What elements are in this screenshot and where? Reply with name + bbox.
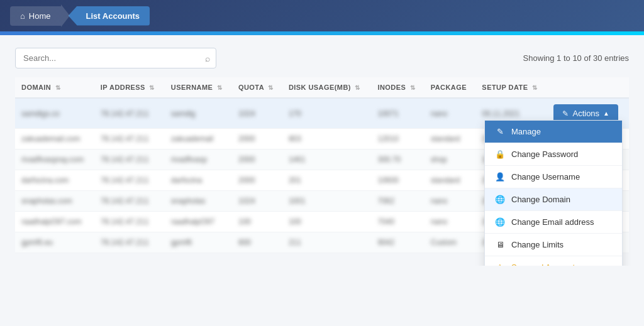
sort-icon-quota: ⇅ xyxy=(268,84,273,91)
cell-ip: 78.142.47.211 xyxy=(94,170,165,191)
cell-domain: snapholas.com xyxy=(15,191,94,212)
col-username[interactable]: USERNAME ⇅ xyxy=(165,77,232,98)
cell-username: zakuademail xyxy=(165,129,232,149)
breadcrumb: ⌂ Home List Accounts xyxy=(10,4,150,27)
cell-package: standard xyxy=(425,170,476,191)
cell-package: Custom xyxy=(425,232,476,253)
menu-label-2: Change Username xyxy=(511,172,580,182)
cell-username: rivadfivasp xyxy=(165,149,232,170)
cell-inodes: 9042 xyxy=(371,232,424,253)
main-content: ⌕ Showing 1 to 10 of 30 entries DOMAIN ⇅… xyxy=(0,35,644,266)
menu-label-0: Manage xyxy=(511,127,541,136)
sort-icon-inodes: ⇅ xyxy=(410,84,415,91)
cell-package: nano xyxy=(425,98,476,129)
cell-username: darfocina xyxy=(165,170,232,191)
cell-ip: 78.142.47.211 xyxy=(94,191,165,212)
sort-icon-disk: ⇅ xyxy=(355,84,360,91)
cell-inodes: 12010 xyxy=(371,129,424,149)
cell-domain: samdigs.co xyxy=(15,98,94,129)
breadcrumb-current: List Accounts xyxy=(69,6,150,26)
cell-ip: 78.142.47.211 xyxy=(94,129,165,149)
cell-disk: 201 xyxy=(282,170,372,191)
cell-username: samdig xyxy=(165,98,232,129)
col-actions xyxy=(547,77,629,98)
col-setup[interactable]: SETUP DATE ⇅ xyxy=(475,77,547,98)
search-input[interactable] xyxy=(15,48,216,68)
cell-ip: 78.142.47.211 xyxy=(94,98,165,129)
cell-disk: 100 xyxy=(282,212,372,232)
cell-package: nano xyxy=(425,191,476,212)
cell-inodes: 10071 xyxy=(371,98,424,129)
menu-label-5: Change Limits xyxy=(511,240,564,249)
cell-quota: 800 xyxy=(232,232,282,253)
cell-ip: 78.142.47.211 xyxy=(94,232,165,253)
sort-icon-ip: ⇅ xyxy=(149,84,154,91)
cell-disk: 170 xyxy=(282,98,372,129)
search-wrapper: ⌕ xyxy=(15,48,216,68)
menu-item-change-email-address[interactable]: 🌐 Change Email address xyxy=(485,211,622,234)
actions-label: Actions xyxy=(572,109,599,118)
menu-label-1: Change Password xyxy=(511,149,578,159)
cell-disk: 803 xyxy=(282,129,372,149)
menu-icon-6: ⚠ xyxy=(495,263,505,266)
menu-label-6: Suspend Account xyxy=(511,263,575,266)
menu-icon-2: 👤 xyxy=(495,172,505,182)
col-package: PACKAGE xyxy=(425,77,476,98)
col-disk[interactable]: DISK USAGE(MB) ⇅ xyxy=(282,77,372,98)
menu-label-4: Change Email address xyxy=(511,217,594,227)
cell-domain: gpmf6.eu xyxy=(15,232,94,253)
cell-domain: zakuademail.com xyxy=(15,129,94,149)
cell-quota: 2000 xyxy=(232,129,282,149)
cell-quota: 1024 xyxy=(232,191,282,212)
col-inodes[interactable]: INODES ⇅ xyxy=(371,77,424,98)
col-domain[interactable]: DOMAIN ⇅ xyxy=(15,77,94,98)
cell-quota: 1024 xyxy=(232,98,282,129)
breadcrumb-separator xyxy=(61,4,70,27)
home-icon: ⌂ xyxy=(20,11,25,21)
cell-disk: 1001 xyxy=(282,191,372,212)
sort-icon-setup: ⇅ xyxy=(532,84,537,91)
menu-item-change-domain[interactable]: 🌐 Change Domain xyxy=(485,188,622,211)
sort-icon-domain: ⇅ xyxy=(55,84,60,91)
top-nav: ⌂ Home List Accounts xyxy=(0,0,644,31)
cell-username: raadhalpO97 xyxy=(165,212,232,232)
cell-inodes: 7062 xyxy=(371,191,424,212)
search-icon: ⌕ xyxy=(205,53,210,63)
menu-icon-0: ✎ xyxy=(495,127,505,136)
cell-ip: 78.142.47.211 xyxy=(94,149,165,170)
cell-quota: 2000 xyxy=(232,149,282,170)
sort-icon-username: ⇅ xyxy=(217,84,222,91)
cell-domain: raadhalpO97.com xyxy=(15,212,94,232)
entries-info: Showing 1 to 10 of 30 entries xyxy=(523,53,629,63)
menu-icon-5: 🖥 xyxy=(495,240,505,249)
menu-icon-1: 🔒 xyxy=(495,149,505,159)
cell-inodes: 10600 xyxy=(371,170,424,191)
actions-dropdown: ✎ Manage 🔒 Change Password 👤 Change User… xyxy=(484,120,623,266)
cell-username: gpmf6 xyxy=(165,232,232,253)
cell-quota: 2000 xyxy=(232,170,282,191)
col-quota[interactable]: QUOTA ⇅ xyxy=(232,77,282,98)
menu-item-change-limits[interactable]: 🖥 Change Limits xyxy=(485,234,622,256)
cell-inodes: 7040 xyxy=(371,212,424,232)
cell-domain: rivadfivaspray.com xyxy=(15,149,94,170)
cell-package: standard xyxy=(425,129,476,149)
menu-item-change-username[interactable]: 👤 Change Username xyxy=(485,166,622,188)
menu-item-change-password[interactable]: 🔒 Change Password xyxy=(485,143,622,166)
cell-disk: 211 xyxy=(282,232,372,253)
table-header: DOMAIN ⇅ IP ADDRESS ⇅ USERNAME ⇅ QUOTA ⇅… xyxy=(15,77,629,98)
cell-package: nano xyxy=(425,212,476,232)
col-ip[interactable]: IP ADDRESS ⇅ xyxy=(94,77,165,98)
home-breadcrumb[interactable]: ⌂ Home xyxy=(10,6,61,26)
home-label: Home xyxy=(29,11,51,21)
table-container: DOMAIN ⇅ IP ADDRESS ⇅ USERNAME ⇅ QUOTA ⇅… xyxy=(15,77,629,253)
menu-item-suspend-account[interactable]: ⚠ Suspend Account xyxy=(485,256,622,266)
search-row: ⌕ Showing 1 to 10 of 30 entries xyxy=(15,48,629,68)
menu-item-manage[interactable]: ✎ Manage xyxy=(485,121,622,143)
cell-inodes: 300.70 xyxy=(371,149,424,170)
cell-ip: 78.142.47.211 xyxy=(94,212,165,232)
chevron-up-icon: ▲ xyxy=(603,110,609,117)
menu-icon-3: 🌐 xyxy=(495,195,505,204)
menu-label-3: Change Domain xyxy=(511,195,570,204)
cell-domain: darfocina.com xyxy=(15,170,94,191)
cell-username: snapholas xyxy=(165,191,232,212)
